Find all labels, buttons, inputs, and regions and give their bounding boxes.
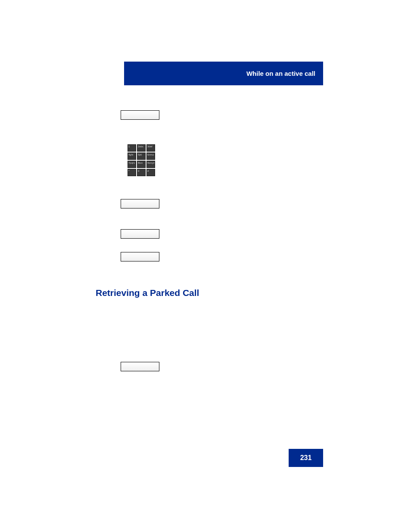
softkey-button-4	[121, 252, 159, 261]
header-title: While on an active call	[246, 70, 315, 77]
section-heading: Retrieving a Parked Call	[96, 288, 199, 298]
keypad-key-5: 5jkl	[137, 152, 146, 160]
keypad-key-8: 8tuv	[137, 161, 146, 168]
page-number-box: 231	[289, 449, 323, 467]
softkey-button-1	[121, 110, 159, 120]
keypad-key-1: 1	[128, 144, 136, 152]
keypad-key-7: 7pqrs	[128, 161, 136, 168]
keypad-key-6: 6mno	[146, 152, 155, 160]
page-number: 231	[300, 454, 312, 462]
softkey-button-5	[121, 362, 159, 371]
keypad-key-9: 9wxyz	[146, 161, 155, 168]
keypad-key-0: 0	[137, 169, 146, 176]
dialpad-keypad: 1 2abc 3def 4ghi 5jkl 6mno 7pqrs 8tuv 9w…	[128, 144, 155, 176]
header-bar: While on an active call	[124, 62, 323, 85]
document-page: While on an active call 1 2abc 3def 4ghi…	[0, 0, 411, 532]
keypad-key-4: 4ghi	[128, 152, 136, 160]
keypad-key-2: 2abc	[137, 144, 146, 152]
softkey-button-2	[121, 199, 159, 208]
keypad-key-star: *	[128, 169, 136, 176]
keypad-key-hash: #	[146, 169, 155, 176]
softkey-button-3	[121, 229, 159, 239]
keypad-key-3: 3def	[146, 144, 155, 152]
